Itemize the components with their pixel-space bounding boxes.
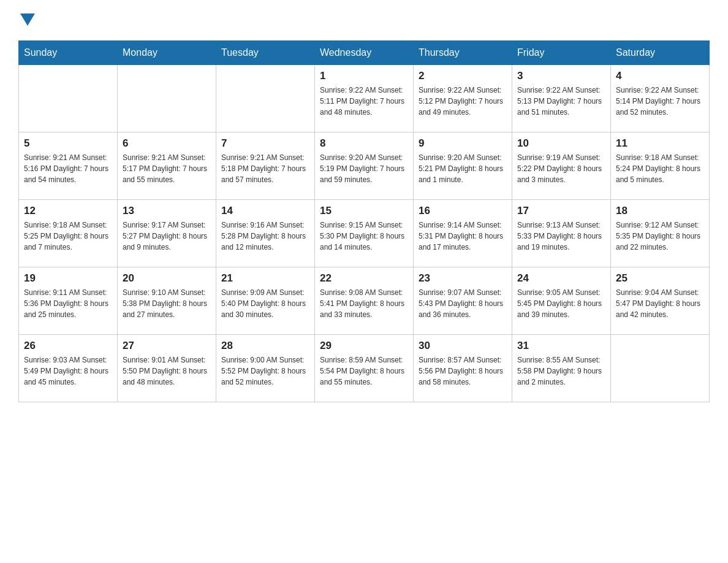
- calendar-cell: 25Sunrise: 9:04 AM Sunset: 5:47 PM Dayli…: [611, 267, 710, 335]
- day-number: 11: [616, 137, 704, 150]
- weekday-header-tuesday: Tuesday: [216, 41, 315, 65]
- day-info: Sunrise: 9:21 AM Sunset: 5:16 PM Dayligh…: [24, 152, 112, 185]
- calendar-week-2: 5Sunrise: 9:21 AM Sunset: 5:16 PM Daylig…: [19, 132, 710, 200]
- day-info: Sunrise: 9:18 AM Sunset: 5:25 PM Dayligh…: [24, 220, 112, 253]
- calendar-cell: 24Sunrise: 9:05 AM Sunset: 5:45 PM Dayli…: [512, 267, 611, 335]
- day-number: 21: [221, 272, 309, 285]
- day-number: 18: [616, 205, 704, 217]
- calendar-cell: 21Sunrise: 9:09 AM Sunset: 5:40 PM Dayli…: [216, 267, 315, 335]
- day-number: 20: [123, 272, 211, 285]
- day-info: Sunrise: 9:17 AM Sunset: 5:27 PM Dayligh…: [123, 220, 211, 253]
- day-number: 19: [24, 272, 112, 285]
- day-info: Sunrise: 9:16 AM Sunset: 5:28 PM Dayligh…: [221, 220, 309, 253]
- calendar-cell: 3Sunrise: 9:22 AM Sunset: 5:13 PM Daylig…: [512, 65, 611, 132]
- day-number: 24: [517, 272, 605, 285]
- calendar-table: SundayMondayTuesdayWednesdayThursdayFrid…: [18, 40, 710, 402]
- day-number: 25: [616, 272, 704, 285]
- calendar-cell: 20Sunrise: 9:10 AM Sunset: 5:38 PM Dayli…: [118, 267, 216, 335]
- calendar-cell: 17Sunrise: 9:13 AM Sunset: 5:33 PM Dayli…: [512, 200, 611, 267]
- calendar-cell: 5Sunrise: 9:21 AM Sunset: 5:16 PM Daylig…: [19, 132, 118, 200]
- calendar-cell: 12Sunrise: 9:18 AM Sunset: 5:25 PM Dayli…: [19, 200, 118, 267]
- day-number: 1: [320, 70, 408, 82]
- day-info: Sunrise: 9:03 AM Sunset: 5:49 PM Dayligh…: [24, 354, 112, 388]
- calendar-week-1: 1Sunrise: 9:22 AM Sunset: 5:11 PM Daylig…: [19, 65, 710, 132]
- calendar-week-4: 19Sunrise: 9:11 AM Sunset: 5:36 PM Dayli…: [19, 267, 710, 335]
- day-info: Sunrise: 8:57 AM Sunset: 5:56 PM Dayligh…: [419, 354, 507, 388]
- calendar-cell: 10Sunrise: 9:19 AM Sunset: 5:22 PM Dayli…: [512, 132, 611, 200]
- day-info: Sunrise: 9:18 AM Sunset: 5:24 PM Dayligh…: [616, 152, 704, 185]
- calendar-cell: 30Sunrise: 8:57 AM Sunset: 5:56 PM Dayli…: [414, 335, 512, 402]
- calendar-cell: [19, 65, 118, 132]
- calendar-cell: [118, 65, 216, 132]
- day-number: 10: [517, 137, 605, 150]
- logo-triangle-icon: [20, 13, 35, 28]
- calendar-cell: 27Sunrise: 9:01 AM Sunset: 5:50 PM Dayli…: [118, 335, 216, 402]
- day-number: 13: [123, 205, 211, 217]
- calendar-cell: 15Sunrise: 9:15 AM Sunset: 5:30 PM Dayli…: [315, 200, 414, 267]
- day-info: Sunrise: 9:19 AM Sunset: 5:22 PM Dayligh…: [517, 152, 605, 185]
- day-number: 3: [517, 70, 605, 82]
- calendar-week-5: 26Sunrise: 9:03 AM Sunset: 5:49 PM Dayli…: [19, 335, 710, 402]
- day-number: 31: [517, 340, 605, 352]
- day-info: Sunrise: 9:07 AM Sunset: 5:43 PM Dayligh…: [419, 287, 507, 320]
- weekday-header-sunday: Sunday: [19, 41, 118, 65]
- day-number: 22: [320, 272, 408, 285]
- day-number: 27: [123, 340, 211, 352]
- day-number: 26: [24, 340, 112, 352]
- calendar-cell: 2Sunrise: 9:22 AM Sunset: 5:12 PM Daylig…: [414, 65, 512, 132]
- day-info: Sunrise: 9:13 AM Sunset: 5:33 PM Dayligh…: [517, 220, 605, 253]
- day-number: 7: [221, 137, 309, 150]
- weekday-header-row: SundayMondayTuesdayWednesdayThursdayFrid…: [19, 41, 710, 65]
- day-info: Sunrise: 9:01 AM Sunset: 5:50 PM Dayligh…: [123, 354, 211, 388]
- day-number: 14: [221, 205, 309, 217]
- day-number: 30: [419, 340, 507, 352]
- day-info: Sunrise: 8:59 AM Sunset: 5:54 PM Dayligh…: [320, 354, 408, 388]
- day-number: 2: [419, 70, 507, 82]
- calendar-cell: 23Sunrise: 9:07 AM Sunset: 5:43 PM Dayli…: [414, 267, 512, 335]
- day-number: 8: [320, 137, 408, 150]
- page-header: [18, 12, 710, 28]
- day-info: Sunrise: 9:09 AM Sunset: 5:40 PM Dayligh…: [221, 287, 309, 320]
- calendar-body: 1Sunrise: 9:22 AM Sunset: 5:11 PM Daylig…: [19, 65, 710, 402]
- calendar-cell: 9Sunrise: 9:20 AM Sunset: 5:21 PM Daylig…: [414, 132, 512, 200]
- day-info: Sunrise: 9:20 AM Sunset: 5:19 PM Dayligh…: [320, 152, 408, 185]
- day-info: Sunrise: 8:55 AM Sunset: 5:58 PM Dayligh…: [517, 354, 605, 388]
- day-info: Sunrise: 9:20 AM Sunset: 5:21 PM Dayligh…: [419, 152, 507, 185]
- calendar-cell: 8Sunrise: 9:20 AM Sunset: 5:19 PM Daylig…: [315, 132, 414, 200]
- calendar-cell: 19Sunrise: 9:11 AM Sunset: 5:36 PM Dayli…: [19, 267, 118, 335]
- calendar-cell: 31Sunrise: 8:55 AM Sunset: 5:58 PM Dayli…: [512, 335, 611, 402]
- day-info: Sunrise: 9:05 AM Sunset: 5:45 PM Dayligh…: [517, 287, 605, 320]
- calendar-cell: 14Sunrise: 9:16 AM Sunset: 5:28 PM Dayli…: [216, 200, 315, 267]
- weekday-header-friday: Friday: [512, 41, 611, 65]
- calendar-cell: 13Sunrise: 9:17 AM Sunset: 5:27 PM Dayli…: [118, 200, 216, 267]
- day-number: 6: [123, 137, 211, 150]
- day-info: Sunrise: 9:11 AM Sunset: 5:36 PM Dayligh…: [24, 287, 112, 320]
- day-info: Sunrise: 9:15 AM Sunset: 5:30 PM Dayligh…: [320, 220, 408, 253]
- calendar-cell: 22Sunrise: 9:08 AM Sunset: 5:41 PM Dayli…: [315, 267, 414, 335]
- day-info: Sunrise: 9:14 AM Sunset: 5:31 PM Dayligh…: [419, 220, 507, 253]
- day-info: Sunrise: 9:04 AM Sunset: 5:47 PM Dayligh…: [616, 287, 704, 320]
- calendar-cell: [611, 335, 710, 402]
- day-info: Sunrise: 9:08 AM Sunset: 5:41 PM Dayligh…: [320, 287, 408, 320]
- day-info: Sunrise: 9:22 AM Sunset: 5:12 PM Dayligh…: [419, 85, 507, 118]
- logo[interactable]: [18, 12, 35, 28]
- calendar-cell: 26Sunrise: 9:03 AM Sunset: 5:49 PM Dayli…: [19, 335, 118, 402]
- day-info: Sunrise: 9:12 AM Sunset: 5:35 PM Dayligh…: [616, 220, 704, 253]
- svg-marker-0: [20, 13, 35, 26]
- day-info: Sunrise: 9:22 AM Sunset: 5:13 PM Dayligh…: [517, 85, 605, 118]
- day-number: 28: [221, 340, 309, 352]
- calendar-header: SundayMondayTuesdayWednesdayThursdayFrid…: [19, 41, 710, 65]
- day-info: Sunrise: 9:21 AM Sunset: 5:18 PM Dayligh…: [221, 152, 309, 185]
- day-number: 29: [320, 340, 408, 352]
- calendar-cell: 1Sunrise: 9:22 AM Sunset: 5:11 PM Daylig…: [315, 65, 414, 132]
- weekday-header-monday: Monday: [118, 41, 216, 65]
- day-info: Sunrise: 9:22 AM Sunset: 5:14 PM Dayligh…: [616, 85, 704, 118]
- calendar-cell: 16Sunrise: 9:14 AM Sunset: 5:31 PM Dayli…: [414, 200, 512, 267]
- calendar-cell: 11Sunrise: 9:18 AM Sunset: 5:24 PM Dayli…: [611, 132, 710, 200]
- calendar-cell: 6Sunrise: 9:21 AM Sunset: 5:17 PM Daylig…: [118, 132, 216, 200]
- day-info: Sunrise: 9:22 AM Sunset: 5:11 PM Dayligh…: [320, 85, 408, 118]
- calendar-cell: 28Sunrise: 9:00 AM Sunset: 5:52 PM Dayli…: [216, 335, 315, 402]
- calendar-cell: 18Sunrise: 9:12 AM Sunset: 5:35 PM Dayli…: [611, 200, 710, 267]
- day-info: Sunrise: 9:00 AM Sunset: 5:52 PM Dayligh…: [221, 354, 309, 388]
- day-number: 16: [419, 205, 507, 217]
